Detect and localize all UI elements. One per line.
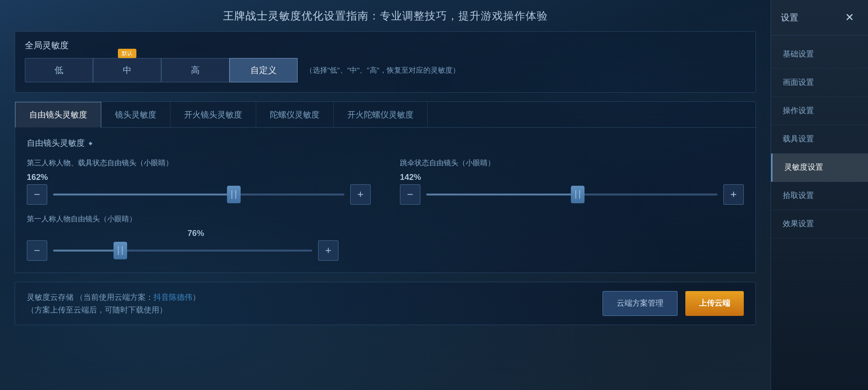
free-camera-title: 自由镜头灵敏度 (27, 137, 744, 149)
tab-content: 自由镜头灵敏度 第三人称人物、载具状态自由镜头（小眼睛） 162% − (15, 128, 755, 273)
sidebar-item-sensitivity[interactable]: 灵敏度设置 (771, 154, 868, 182)
slider-track-wrapper-1[interactable] (53, 184, 344, 205)
slider-value-2: 142% (400, 173, 421, 182)
slider-minus-btn-2[interactable]: − (400, 184, 420, 205)
tab-bar: 自由镜头灵敏度 镜头灵敏度 开火镜头灵敏度 陀螺仪灵敏度 开火陀螺仪灵敏度 (15, 102, 755, 128)
sidebar-title: 设置 (781, 12, 798, 23)
cloud-upload-button[interactable]: 上传云端 (685, 291, 744, 316)
cloud-buttons: 云端方案管理 上传云端 (603, 291, 744, 316)
cloud-text-line1: 灵敏度云存储 （当前使用云端方案：抖音陈德伟） (27, 291, 200, 304)
slider-track-1 (53, 194, 344, 195)
main-content: 王牌战士灵敏度优化设置指南：专业调整技巧，提升游戏操作体验 全局灵敏度 低 默认… (0, 0, 771, 390)
slider-container-2: − + (400, 184, 744, 205)
slider-minus-btn-1[interactable]: − (27, 184, 47, 205)
slider-plus-btn-3[interactable]: + (318, 240, 339, 261)
preset-btn-high[interactable]: 高 (161, 58, 229, 82)
tabs-section: 自由镜头灵敏度 镜头灵敏度 开火镜头灵敏度 陀螺仪灵敏度 开火陀螺仪灵敏度 自由… (15, 101, 756, 273)
slider-thumb-3[interactable] (113, 242, 127, 259)
sidebar-item-effects[interactable]: 效果设置 (771, 210, 868, 238)
cloud-section: 灵敏度云存储 （当前使用云端方案：抖音陈德伟） （方案上传至云端后，可随时下载使… (15, 282, 756, 325)
cloud-highlight: 抖音陈德伟 (153, 293, 192, 301)
slider-value-1: 162% (27, 173, 48, 182)
cloud-text: 灵敏度云存储 （当前使用云端方案：抖音陈德伟） （方案上传至云端后，可随时下载使… (27, 291, 200, 316)
sidebar-item-basic[interactable]: 基础设置 (771, 40, 868, 69)
tab-camera[interactable]: 镜头灵敏度 (101, 102, 170, 127)
preset-row: 低 默认 中 高 自定义 （选择"低"、"中"、"高"，恢复至对应的灵敏度） (25, 58, 746, 82)
tab-fire-gyro[interactable]: 开火陀螺仪灵敏度 (334, 102, 428, 127)
preset-btn-custom[interactable]: 自定义 (229, 58, 298, 82)
cloud-manage-button[interactable]: 云端方案管理 (603, 291, 678, 316)
slider-fill-1 (53, 194, 234, 195)
tab-fire-camera[interactable]: 开火镜头灵敏度 (170, 102, 256, 127)
slider-track-wrapper-2[interactable] (426, 184, 717, 205)
tab-free-camera[interactable]: 自由镜头灵敏度 (15, 102, 101, 128)
sidebar-item-display[interactable]: 画面设置 (771, 69, 868, 97)
slider-group-2: 跳伞状态自由镜头（小眼睛） 142% − (400, 158, 744, 205)
slider-plus-btn-1[interactable]: + (350, 184, 371, 205)
preset-btn-low[interactable]: 低 (25, 58, 93, 82)
preset-btn-medium[interactable]: 默认 中 (93, 58, 161, 82)
slider-value-3: 76% (53, 229, 339, 238)
sidebar: 设置 ✕ 基础设置 画面设置 操作设置 载具设置 灵敏度设置 拾取设置 效果设置 (771, 0, 868, 390)
slider-group-3: 第一人称人物自由镜头（小眼睛） 76% − + (27, 214, 339, 261)
slider-label-1: 第三人称人物、载具状态自由镜头（小眼睛） (27, 158, 371, 168)
slider-track-2 (426, 194, 717, 195)
slider-fill-2 (426, 194, 578, 195)
cloud-text-line2: （方案上传至云端后，可随时下载使用） (27, 304, 200, 316)
slider-label-2: 跳伞状态自由镜头（小眼睛） (400, 158, 744, 168)
slider-fill-3 (53, 250, 120, 252)
sliders-row-top: 第三人称人物、载具状态自由镜头（小眼睛） 162% − (27, 158, 744, 205)
sidebar-nav: 基础设置 画面设置 操作设置 载具设置 灵敏度设置 拾取设置 效果设置 (771, 36, 868, 390)
slider-thumb-2[interactable] (571, 186, 585, 203)
default-badge: 默认 (118, 49, 136, 58)
slider-container-1: − + (27, 184, 371, 205)
slider-plus-btn-2[interactable]: + (723, 184, 744, 205)
tab-gyro[interactable]: 陀螺仪灵敏度 (256, 102, 334, 127)
sidebar-item-vehicle[interactable]: 载具设置 (771, 125, 868, 154)
close-button[interactable]: ✕ (841, 9, 858, 26)
slider-thumb-1[interactable] (227, 186, 241, 203)
slider-track-3 (53, 250, 312, 252)
sidebar-header: 设置 ✕ (771, 0, 868, 36)
global-sensitivity-section: 全局灵敏度 低 默认 中 高 自定义 （选择"低"、"中"、"高"，恢复至对应的… (15, 31, 756, 93)
slider-minus-btn-3[interactable]: − (27, 240, 47, 261)
slider-track-wrapper-3[interactable] (53, 240, 312, 261)
slider-label-3: 第一人称人物自由镜头（小眼睛） (27, 214, 339, 224)
preset-hint: （选择"低"、"中"、"高"，恢复至对应的灵敏度） (305, 66, 460, 75)
page-title: 王牌战士灵敏度优化设置指南：专业调整技巧，提升游戏操作体验 (15, 9, 756, 23)
sidebar-item-pickup[interactable]: 拾取设置 (771, 182, 868, 210)
sidebar-item-controls[interactable]: 操作设置 (771, 97, 868, 125)
slider-container-3: − + (27, 240, 339, 261)
slider-group-1: 第三人称人物、载具状态自由镜头（小眼睛） 162% − (27, 158, 371, 205)
